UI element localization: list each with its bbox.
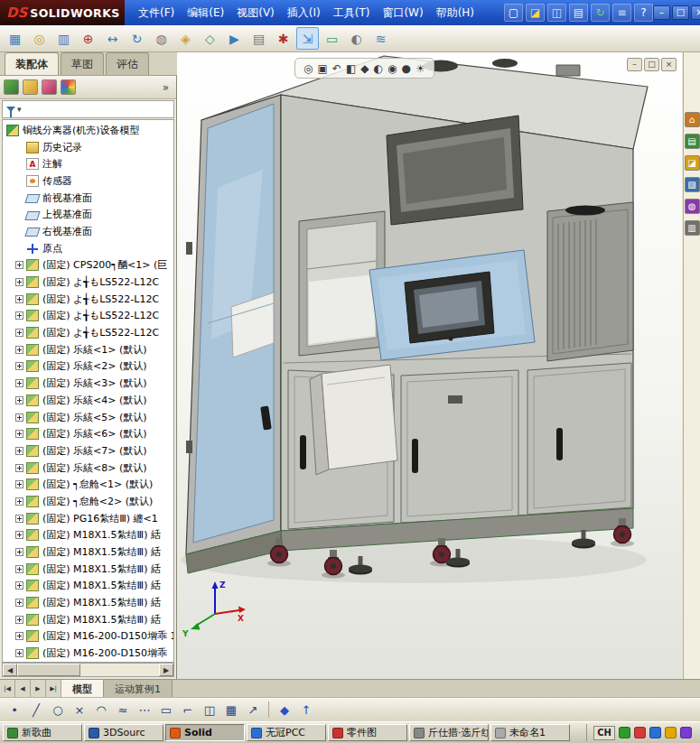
solidworks-resources-icon[interactable]: ⌂ — [685, 112, 700, 127]
tree-item[interactable]: (固定) 乐絯<5> (默认) — [3, 409, 173, 426]
tab-scroll-first[interactable]: |◀ — [0, 680, 15, 697]
orientation-triad[interactable]: Z X Y — [182, 580, 246, 638]
tree-item[interactable]: 右视基准面 — [3, 223, 173, 240]
options-icon[interactable]: ≡ — [612, 4, 631, 22]
expand-toggle-icon[interactable] — [15, 379, 23, 387]
spline-icon[interactable]: ≈ — [113, 700, 133, 720]
view-palette-icon[interactable]: ▨ — [685, 177, 700, 192]
centerline-icon[interactable]: ⋯ — [135, 700, 154, 720]
tree-item[interactable]: (固定) M18X1.5紮结Ⅲ) 絬 — [3, 611, 173, 628]
mirror-entities-icon[interactable]: ◫ — [200, 700, 219, 720]
bill-of-materials-icon[interactable]: ▤ — [247, 27, 270, 50]
expand-toggle-icon[interactable] — [15, 261, 23, 269]
motion-study-tab[interactable]: 运动算例1 — [104, 680, 173, 697]
console-button[interactable] — [449, 337, 453, 341]
menu-edit[interactable]: 编辑(E) — [181, 1, 230, 25]
tree-item[interactable]: (固定) 乐絯<1> (默认) — [3, 341, 173, 358]
taskbar-button[interactable]: 零件图 — [328, 724, 407, 741]
tree-item[interactable]: (固定) CPS200┑酗<1> (巨 — [3, 257, 173, 274]
tray-icon-5[interactable] — [680, 727, 692, 738]
expand-toggle-icon[interactable] — [15, 632, 23, 640]
large-assembly-mode-icon[interactable]: ≋ — [369, 27, 392, 50]
expand-toggle-icon[interactable] — [15, 616, 23, 624]
door-2-handle[interactable] — [412, 439, 418, 473]
tab-assembly[interactable]: 装配体 — [5, 52, 59, 75]
zoom-fit-icon[interactable]: ◎ — [303, 62, 313, 75]
expand-toggle-icon[interactable] — [15, 311, 23, 320]
tree-item[interactable]: 原点 — [3, 240, 173, 257]
instant3d-icon[interactable]: ⇲ — [296, 27, 319, 50]
close-button[interactable]: × — [691, 5, 700, 20]
scroll-right-button[interactable]: ▶ — [159, 664, 173, 676]
move-component-icon[interactable]: ↔ — [101, 27, 124, 50]
tree-filter-bar[interactable]: ▾ — [2, 100, 174, 118]
displaymanager-tab[interactable] — [61, 79, 76, 95]
expand-toggle-icon[interactable] — [15, 581, 23, 590]
tab-scroll-next[interactable]: ▶ — [31, 680, 46, 697]
tree-item[interactable]: 历史记录 — [3, 139, 173, 156]
tree-item[interactable]: 前视基准面 — [3, 190, 173, 207]
circle-icon[interactable]: ○ — [48, 700, 68, 720]
model-tab[interactable]: 模型 — [61, 680, 104, 697]
doc-close-button[interactable]: × — [661, 58, 677, 71]
tab-evaluate[interactable]: 评估 — [106, 52, 149, 75]
tree-item[interactable]: (固定) よ╅もLS522-L12C — [3, 308, 173, 325]
menu-view[interactable]: 视图(V) — [230, 1, 281, 25]
expand-toggle-icon[interactable] — [15, 329, 23, 337]
expand-toggle-icon[interactable] — [15, 295, 23, 303]
panel-handle[interactable] — [565, 206, 605, 216]
mate-icon[interactable]: ◎ — [28, 27, 51, 50]
taskbar-button[interactable]: 新歌曲 — [3, 724, 82, 741]
tree-item[interactable]: (固定) よ╅もLS522-L12C — [3, 274, 173, 291]
view-cube-icon[interactable]: ◆ — [275, 700, 294, 720]
tree-item[interactable]: (固定) よ╅もLS522-L12C — [3, 291, 173, 308]
expand-toggle-icon[interactable] — [15, 531, 23, 539]
tree-item[interactable]: (固定) 乐絯<2> (默认) — [3, 358, 173, 376]
door-1-handle[interactable] — [300, 435, 306, 469]
tab-scroll-prev[interactable]: ◀ — [15, 680, 31, 697]
touchscreen[interactable] — [405, 272, 494, 343]
corner-rectangle-icon[interactable]: ▭ — [156, 700, 176, 720]
show-hidden-components-icon[interactable]: ◍ — [150, 27, 173, 50]
taskbar-button[interactable]: 无冠PCC — [247, 724, 326, 741]
menu-tools[interactable]: 工具(T) — [327, 1, 377, 25]
tree-item[interactable]: (固定) 乐絯<6> (默认) — [3, 425, 173, 442]
rotate-component-icon[interactable]: ↻ — [126, 27, 148, 50]
new-document-icon[interactable]: ▢ — [504, 4, 523, 22]
custom-properties-icon[interactable]: ▥ — [685, 220, 700, 236]
previous-view-icon[interactable]: ↶ — [332, 62, 341, 75]
print-icon[interactable]: ▤ — [569, 4, 588, 22]
tree-item[interactable]: (固定) M18X1.5紮结Ⅲ) 絬 — [3, 561, 173, 578]
smart-fasteners-icon[interactable]: ⊕ — [77, 27, 99, 50]
tray-icon-2[interactable] — [634, 727, 646, 738]
view-orientation-icon[interactable]: ◆ — [360, 62, 369, 75]
expand-toggle-icon[interactable] — [15, 497, 23, 506]
tree-item[interactable]: (固定) よ╅もLS522-L12C — [3, 324, 173, 341]
restore-button[interactable]: □ — [672, 5, 689, 20]
tree-item[interactable]: (固定) M18X1.5紮结Ⅲ) 絬 — [3, 594, 173, 611]
expand-toggle-icon[interactable] — [15, 599, 23, 607]
new-motion-study-icon[interactable]: ▶ — [223, 27, 246, 50]
taskbar-button[interactable]: 斤仕措·选斤红 — [409, 724, 489, 741]
tree-item[interactable]: (固定) 乐絯<7> (默认) — [3, 442, 173, 460]
tree-item[interactable]: (固定) 乐絯<8> (默认) — [3, 460, 173, 477]
expand-toggle-icon[interactable] — [15, 464, 23, 472]
tree-item[interactable]: (固定) 乐絯<4> (默认) — [3, 392, 173, 409]
isolate-icon[interactable]: ◐ — [345, 27, 368, 50]
leveling-foot-3[interactable] — [572, 530, 595, 549]
console[interactable] — [369, 250, 535, 360]
menu-file[interactable]: 文件(F) — [132, 1, 181, 25]
menu-window[interactable]: 窗口(W) — [376, 1, 429, 25]
linear-sketch-pattern-icon[interactable]: ▦ — [221, 700, 241, 720]
panel-expand-chevron[interactable]: » — [159, 81, 173, 94]
tree-horizontal-scrollbar[interactable]: ◀ ▶ — [2, 663, 174, 677]
appearances-scenes-icon[interactable]: ◍ — [685, 199, 700, 214]
machine-model-canvas[interactable]: Z X Y — [177, 52, 682, 679]
door-2[interactable] — [401, 370, 518, 523]
expand-toggle-icon[interactable] — [15, 548, 23, 556]
minimize-button[interactable]: – — [653, 5, 670, 20]
expand-toggle-icon[interactable] — [15, 515, 23, 523]
top-vent-fan-2[interactable] — [492, 59, 518, 68]
tray-icon-1[interactable] — [619, 727, 630, 738]
sketch-fillet-icon[interactable]: ⌐ — [178, 700, 198, 720]
